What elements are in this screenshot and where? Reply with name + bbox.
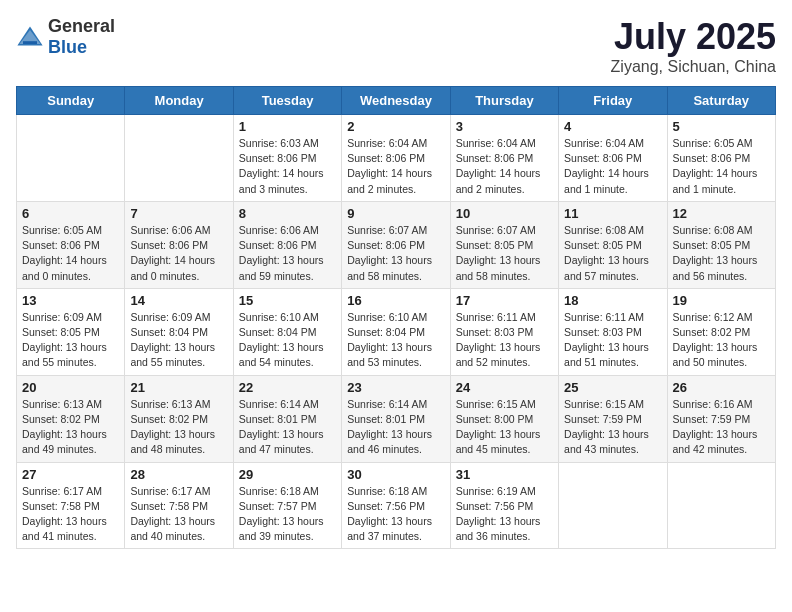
logo-general: General (48, 16, 115, 36)
day-number: 31 (456, 467, 553, 482)
day-cell (559, 462, 667, 549)
day-number: 26 (673, 380, 770, 395)
day-cell: 19Sunrise: 6:12 AM Sunset: 8:02 PM Dayli… (667, 288, 775, 375)
logo-blue: Blue (48, 37, 87, 57)
day-info: Sunrise: 6:03 AM Sunset: 8:06 PM Dayligh… (239, 136, 336, 197)
day-info: Sunrise: 6:17 AM Sunset: 7:58 PM Dayligh… (22, 484, 119, 545)
day-info: Sunrise: 6:07 AM Sunset: 8:06 PM Dayligh… (347, 223, 444, 284)
day-info: Sunrise: 6:18 AM Sunset: 7:57 PM Dayligh… (239, 484, 336, 545)
day-number: 25 (564, 380, 661, 395)
day-cell: 23Sunrise: 6:14 AM Sunset: 8:01 PM Dayli… (342, 375, 450, 462)
weekday-header-saturday: Saturday (667, 87, 775, 115)
day-cell: 6Sunrise: 6:05 AM Sunset: 8:06 PM Daylig… (17, 201, 125, 288)
day-cell (125, 115, 233, 202)
day-info: Sunrise: 6:14 AM Sunset: 8:01 PM Dayligh… (239, 397, 336, 458)
day-info: Sunrise: 6:11 AM Sunset: 8:03 PM Dayligh… (456, 310, 553, 371)
day-info: Sunrise: 6:06 AM Sunset: 8:06 PM Dayligh… (130, 223, 227, 284)
day-info: Sunrise: 6:09 AM Sunset: 8:04 PM Dayligh… (130, 310, 227, 371)
weekday-header-wednesday: Wednesday (342, 87, 450, 115)
logo: General Blue (16, 16, 115, 58)
day-info: Sunrise: 6:09 AM Sunset: 8:05 PM Dayligh… (22, 310, 119, 371)
day-number: 30 (347, 467, 444, 482)
weekday-header-row: SundayMondayTuesdayWednesdayThursdayFrid… (17, 87, 776, 115)
day-number: 23 (347, 380, 444, 395)
day-number: 8 (239, 206, 336, 221)
day-cell: 10Sunrise: 6:07 AM Sunset: 8:05 PM Dayli… (450, 201, 558, 288)
day-info: Sunrise: 6:15 AM Sunset: 7:59 PM Dayligh… (564, 397, 661, 458)
day-cell: 1Sunrise: 6:03 AM Sunset: 8:06 PM Daylig… (233, 115, 341, 202)
day-number: 22 (239, 380, 336, 395)
day-info: Sunrise: 6:12 AM Sunset: 8:02 PM Dayligh… (673, 310, 770, 371)
page-header: General Blue July 2025 Ziyang, Sichuan, … (16, 16, 776, 76)
week-row-2: 6Sunrise: 6:05 AM Sunset: 8:06 PM Daylig… (17, 201, 776, 288)
day-number: 27 (22, 467, 119, 482)
day-cell: 16Sunrise: 6:10 AM Sunset: 8:04 PM Dayli… (342, 288, 450, 375)
day-number: 21 (130, 380, 227, 395)
day-cell: 21Sunrise: 6:13 AM Sunset: 8:02 PM Dayli… (125, 375, 233, 462)
day-cell (17, 115, 125, 202)
day-cell: 26Sunrise: 6:16 AM Sunset: 7:59 PM Dayli… (667, 375, 775, 462)
day-number: 4 (564, 119, 661, 134)
day-info: Sunrise: 6:18 AM Sunset: 7:56 PM Dayligh… (347, 484, 444, 545)
day-number: 29 (239, 467, 336, 482)
day-cell: 5Sunrise: 6:05 AM Sunset: 8:06 PM Daylig… (667, 115, 775, 202)
day-info: Sunrise: 6:05 AM Sunset: 8:06 PM Dayligh… (22, 223, 119, 284)
day-number: 19 (673, 293, 770, 308)
weekday-header-friday: Friday (559, 87, 667, 115)
day-cell: 7Sunrise: 6:06 AM Sunset: 8:06 PM Daylig… (125, 201, 233, 288)
day-number: 10 (456, 206, 553, 221)
day-info: Sunrise: 6:16 AM Sunset: 7:59 PM Dayligh… (673, 397, 770, 458)
day-info: Sunrise: 6:11 AM Sunset: 8:03 PM Dayligh… (564, 310, 661, 371)
location-title: Ziyang, Sichuan, China (611, 58, 776, 76)
day-cell: 11Sunrise: 6:08 AM Sunset: 8:05 PM Dayli… (559, 201, 667, 288)
day-info: Sunrise: 6:08 AM Sunset: 8:05 PM Dayligh… (564, 223, 661, 284)
day-number: 1 (239, 119, 336, 134)
day-cell: 28Sunrise: 6:17 AM Sunset: 7:58 PM Dayli… (125, 462, 233, 549)
day-cell: 15Sunrise: 6:10 AM Sunset: 8:04 PM Dayli… (233, 288, 341, 375)
day-number: 16 (347, 293, 444, 308)
day-info: Sunrise: 6:04 AM Sunset: 8:06 PM Dayligh… (347, 136, 444, 197)
day-cell: 14Sunrise: 6:09 AM Sunset: 8:04 PM Dayli… (125, 288, 233, 375)
day-info: Sunrise: 6:10 AM Sunset: 8:04 PM Dayligh… (347, 310, 444, 371)
calendar-table: SundayMondayTuesdayWednesdayThursdayFrid… (16, 86, 776, 549)
day-number: 17 (456, 293, 553, 308)
title-block: July 2025 Ziyang, Sichuan, China (611, 16, 776, 76)
day-cell: 12Sunrise: 6:08 AM Sunset: 8:05 PM Dayli… (667, 201, 775, 288)
month-title: July 2025 (611, 16, 776, 58)
day-info: Sunrise: 6:13 AM Sunset: 8:02 PM Dayligh… (130, 397, 227, 458)
day-cell: 17Sunrise: 6:11 AM Sunset: 8:03 PM Dayli… (450, 288, 558, 375)
day-number: 24 (456, 380, 553, 395)
day-number: 15 (239, 293, 336, 308)
day-number: 20 (22, 380, 119, 395)
logo-text: General Blue (48, 16, 115, 58)
week-row-5: 27Sunrise: 6:17 AM Sunset: 7:58 PM Dayli… (17, 462, 776, 549)
day-cell: 4Sunrise: 6:04 AM Sunset: 8:06 PM Daylig… (559, 115, 667, 202)
day-cell: 2Sunrise: 6:04 AM Sunset: 8:06 PM Daylig… (342, 115, 450, 202)
weekday-header-thursday: Thursday (450, 87, 558, 115)
day-number: 12 (673, 206, 770, 221)
week-row-4: 20Sunrise: 6:13 AM Sunset: 8:02 PM Dayli… (17, 375, 776, 462)
day-cell: 18Sunrise: 6:11 AM Sunset: 8:03 PM Dayli… (559, 288, 667, 375)
weekday-header-monday: Monday (125, 87, 233, 115)
day-cell: 24Sunrise: 6:15 AM Sunset: 8:00 PM Dayli… (450, 375, 558, 462)
day-info: Sunrise: 6:19 AM Sunset: 7:56 PM Dayligh… (456, 484, 553, 545)
day-number: 18 (564, 293, 661, 308)
day-info: Sunrise: 6:06 AM Sunset: 8:06 PM Dayligh… (239, 223, 336, 284)
day-cell (667, 462, 775, 549)
day-info: Sunrise: 6:07 AM Sunset: 8:05 PM Dayligh… (456, 223, 553, 284)
day-info: Sunrise: 6:08 AM Sunset: 8:05 PM Dayligh… (673, 223, 770, 284)
day-number: 14 (130, 293, 227, 308)
week-row-1: 1Sunrise: 6:03 AM Sunset: 8:06 PM Daylig… (17, 115, 776, 202)
day-cell: 25Sunrise: 6:15 AM Sunset: 7:59 PM Dayli… (559, 375, 667, 462)
day-info: Sunrise: 6:04 AM Sunset: 8:06 PM Dayligh… (564, 136, 661, 197)
day-cell: 13Sunrise: 6:09 AM Sunset: 8:05 PM Dayli… (17, 288, 125, 375)
day-info: Sunrise: 6:04 AM Sunset: 8:06 PM Dayligh… (456, 136, 553, 197)
day-cell: 3Sunrise: 6:04 AM Sunset: 8:06 PM Daylig… (450, 115, 558, 202)
day-number: 5 (673, 119, 770, 134)
day-cell: 9Sunrise: 6:07 AM Sunset: 8:06 PM Daylig… (342, 201, 450, 288)
logo-icon (16, 23, 44, 51)
day-info: Sunrise: 6:14 AM Sunset: 8:01 PM Dayligh… (347, 397, 444, 458)
day-cell: 31Sunrise: 6:19 AM Sunset: 7:56 PM Dayli… (450, 462, 558, 549)
day-info: Sunrise: 6:17 AM Sunset: 7:58 PM Dayligh… (130, 484, 227, 545)
day-number: 7 (130, 206, 227, 221)
